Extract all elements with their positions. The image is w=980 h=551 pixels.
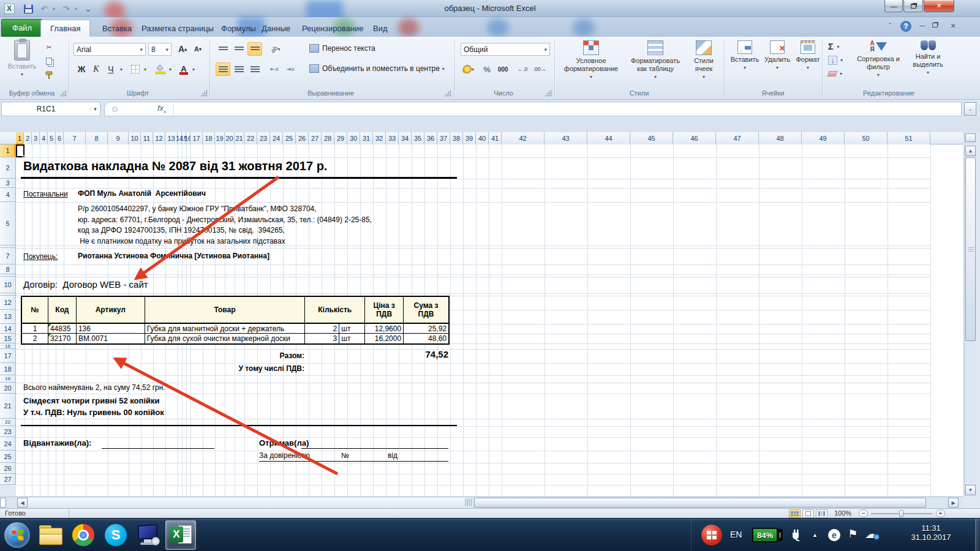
tab-split-grip[interactable] xyxy=(466,499,472,506)
column-header-4[interactable]: 4 xyxy=(40,132,48,144)
row-header-27[interactable]: 27 xyxy=(0,474,16,485)
comma-style-button[interactable]: 000 xyxy=(495,62,511,76)
invoice-cell[interactable]: 12,9600 xyxy=(365,324,404,333)
font-family-select[interactable]: Arial▾ xyxy=(74,43,146,56)
row-header-12[interactable]: 12 xyxy=(0,296,16,310)
language-indicator[interactable]: EN xyxy=(730,530,742,539)
invoice-cell[interactable]: Губка для магнитной доски + держатель xyxy=(145,324,306,333)
underline-dropdown[interactable]: ▾ xyxy=(118,62,125,76)
zoom-out-button[interactable]: − xyxy=(859,509,868,517)
name-box-dropdown[interactable]: ▼ xyxy=(90,107,100,112)
invoice-cell[interactable]: 48,60 xyxy=(404,334,448,343)
fill-color-dropdown[interactable]: ▾ xyxy=(167,62,174,76)
column-header-43[interactable]: 43 xyxy=(545,132,587,144)
row-header-23[interactable]: 23 xyxy=(0,426,16,437)
decrease-indent-button[interactable]: ⇤≡ xyxy=(267,62,282,76)
undo-button[interactable]: ↶ xyxy=(38,2,50,15)
workbook-restore-button[interactable] xyxy=(932,23,938,28)
invoice-table[interactable]: №КодАртикулТоварКількістьЦіна з ПДВСума … xyxy=(21,296,450,345)
column-header-38[interactable]: 38 xyxy=(450,132,463,144)
save-button[interactable] xyxy=(21,2,36,15)
column-header-24[interactable]: 24 xyxy=(270,132,283,144)
column-header-25[interactable]: 25 xyxy=(283,132,296,144)
column-header-6[interactable]: 6 xyxy=(56,132,64,144)
font-size-select[interactable]: 8▾ xyxy=(148,43,172,56)
invoice-cell[interactable]: шт xyxy=(339,324,365,333)
invoice-header-cell[interactable]: Код xyxy=(48,297,77,323)
expand-formula-bar-button[interactable]: ⌄ xyxy=(964,102,976,116)
restore-button[interactable] xyxy=(903,0,923,12)
row-header-20[interactable]: 20 xyxy=(0,383,16,394)
autosum-button[interactable]: Σ▾ xyxy=(828,41,849,52)
column-header-36[interactable]: 36 xyxy=(424,132,437,144)
app-icon[interactable]: X xyxy=(2,2,16,15)
invoice-cell[interactable]: 32170 xyxy=(48,334,77,343)
row-header-25[interactable]: 25 xyxy=(0,451,16,463)
column-header-3[interactable]: 3 xyxy=(32,132,40,144)
column-header-9[interactable]: 9 xyxy=(108,132,129,144)
format-cells-button[interactable]: Формат▾ xyxy=(794,40,822,72)
percent-style-button[interactable]: % xyxy=(480,62,494,76)
alignment-dialog-launcher[interactable] xyxy=(445,90,451,96)
column-header-32[interactable]: 32 xyxy=(373,132,386,144)
accounting-format-button[interactable]: ▾ xyxy=(461,62,477,76)
format-as-table-button[interactable]: Форматировать как таблицу▾ xyxy=(626,40,685,81)
wrap-text-button[interactable]: Перенос текста xyxy=(309,44,432,53)
column-header-18[interactable]: 18 xyxy=(203,132,215,144)
invoice-cell[interactable]: 16,2000 xyxy=(365,334,404,343)
undo-dropdown[interactable]: ▾ xyxy=(50,2,58,15)
find-select-button[interactable]: Найти и выделить▾ xyxy=(905,40,951,77)
column-header-21[interactable]: 21 xyxy=(235,132,244,144)
align-middle-button[interactable] xyxy=(232,42,246,56)
invoice-cell[interactable]: 136 xyxy=(77,324,145,333)
row-header-17[interactable]: 17 xyxy=(0,349,16,363)
paste-button[interactable]: Вставить ▾ xyxy=(5,40,39,78)
action-center-flag-icon[interactable]: ⚑ xyxy=(848,527,858,541)
show-desktop-button[interactable] xyxy=(975,519,980,551)
vertical-scroll-thumb[interactable] xyxy=(965,157,976,341)
fill-color-button[interactable] xyxy=(154,62,167,76)
invoice-cell[interactable]: 3 xyxy=(305,334,339,343)
invoice-cell[interactable]: 25,92 xyxy=(404,324,448,333)
column-header-1[interactable]: 1 xyxy=(16,132,24,144)
scroll-down-button[interactable]: ▼ xyxy=(965,485,976,495)
column-header-23[interactable]: 23 xyxy=(257,132,270,144)
name-box[interactable]: R1C1 ▼ xyxy=(1,102,100,116)
row-header-4[interactable]: 4 xyxy=(0,188,16,202)
increase-decimal-button[interactable]: ←.0 xyxy=(514,62,530,76)
column-header-22[interactable]: 22 xyxy=(244,132,257,144)
invoice-header-cell[interactable]: Сума з ПДВ xyxy=(404,297,448,323)
row-header-5[interactable]: 5 xyxy=(0,202,16,246)
underline-button[interactable]: Ч xyxy=(104,62,118,76)
row-header-16[interactable]: 16 xyxy=(0,343,16,349)
copy-button[interactable] xyxy=(43,56,55,67)
bold-button[interactable]: Ж xyxy=(75,62,88,76)
tab-home[interactable]: Главная xyxy=(40,20,90,37)
decrease-font-button[interactable]: A▾ xyxy=(191,42,205,56)
column-header-8[interactable]: 8 xyxy=(86,132,108,144)
invoice-cell[interactable]: 2 xyxy=(305,324,339,333)
minimize-button[interactable]: — xyxy=(884,0,903,12)
row-header-1[interactable]: 1 xyxy=(0,144,16,157)
start-button[interactable] xyxy=(1,520,33,550)
cell-cursor[interactable] xyxy=(16,144,24,157)
invoice-header-cell[interactable]: Артикул xyxy=(77,297,145,323)
increase-indent-button[interactable]: ⇥≡ xyxy=(283,62,298,76)
formula-bar-handle[interactable] xyxy=(112,107,118,112)
redo-dropdown[interactable]: ▾ xyxy=(72,2,80,15)
column-header-20[interactable]: 20 xyxy=(225,132,235,144)
column-header-41[interactable]: 41 xyxy=(489,132,502,144)
row-header-26[interactable]: 26 xyxy=(0,463,16,474)
row-header-3[interactable]: 3 xyxy=(0,179,16,188)
vertical-scrollbar[interactable]: ▲ ▼ xyxy=(964,132,976,496)
invoice-cell[interactable]: 1 xyxy=(22,324,48,333)
split-handle[interactable] xyxy=(965,133,976,142)
taskbar-excel-button[interactable]: X xyxy=(165,520,196,550)
help-button[interactable]: ? xyxy=(900,21,911,32)
cell-styles-button[interactable]: Стили ячеек▾ xyxy=(685,40,723,81)
column-header-19[interactable]: 19 xyxy=(215,132,225,144)
font-color-dropdown[interactable]: ▾ xyxy=(190,62,197,76)
column-header-47[interactable]: 47 xyxy=(716,132,759,144)
row-header-8[interactable]: 8 xyxy=(0,264,16,274)
font-dialog-launcher[interactable] xyxy=(201,90,207,96)
